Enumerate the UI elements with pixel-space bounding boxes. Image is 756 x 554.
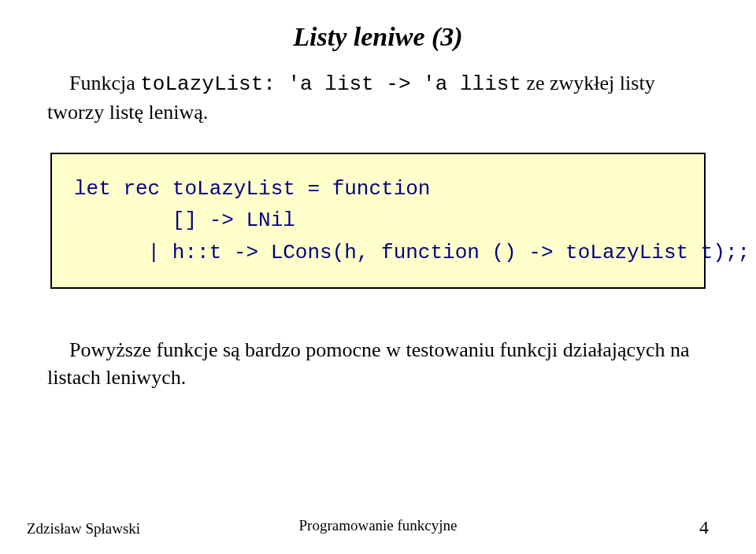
conclusion-paragraph: Powyższe funkcje są bardzo pomocne w tes…: [47, 336, 709, 391]
intro-prefix: Funkcja: [69, 72, 140, 94]
footer-course: Programowanie funkcyjne: [298, 517, 457, 534]
slide-footer: Zdzisław Spławski Programowanie funkcyjn…: [0, 517, 756, 538]
code-content: let rec toLazyList = function [] -> LNil…: [74, 173, 704, 268]
page-title: Listy leniwe (3): [47, 22, 709, 52]
intro-paragraph: Funkcja toLazyList: 'a list -> 'a llist …: [47, 69, 709, 126]
footer-author: Zdzisław Spławski: [27, 520, 140, 537]
slide-page: Listy leniwe (3) Funkcja toLazyList: 'a …: [0, 0, 756, 554]
code-block: let rec toLazyList = function [] -> LNil…: [50, 153, 706, 289]
function-signature: toLazyList: 'a list -> 'a llist: [140, 72, 521, 96]
footer-page-number: 4: [699, 517, 709, 538]
